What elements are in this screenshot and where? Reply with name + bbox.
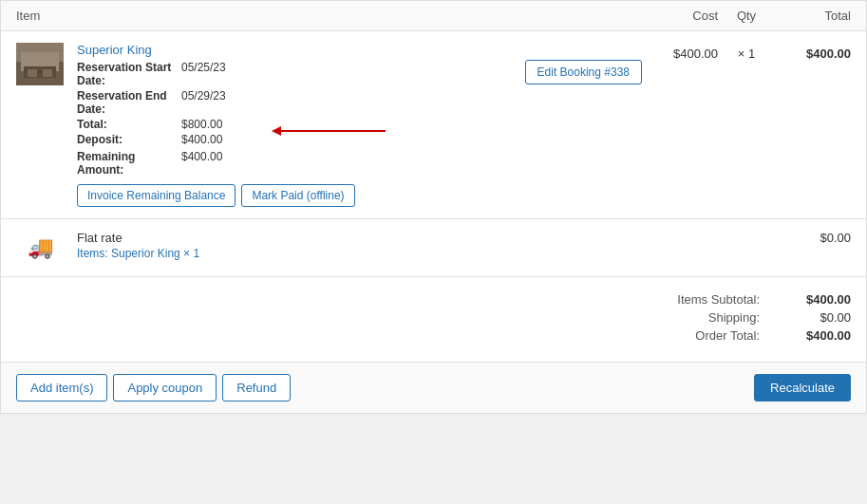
remaining-row: Remaining Amount: $400.00 bbox=[77, 150, 506, 177]
mark-paid-button[interactable]: Mark Paid (offline) bbox=[241, 184, 354, 207]
reservation-start-value: 05/25/23 bbox=[181, 61, 226, 87]
shipping-row: Shipping: $0.00 bbox=[566, 310, 851, 325]
edit-booking-area: Edit Booking #338 bbox=[506, 43, 642, 84]
item-row: Superior King Reservation Start Date: 05… bbox=[1, 31, 866, 219]
apply-coupon-button[interactable]: Apply coupon bbox=[113, 374, 217, 401]
edit-booking-button[interactable]: Edit Booking #338 bbox=[525, 60, 642, 84]
total-value: $800.00 bbox=[181, 118, 222, 131]
remaining-label: Remaining Amount: bbox=[77, 150, 181, 177]
deposit-label: Deposit: bbox=[77, 133, 181, 146]
remaining-value: $400.00 bbox=[181, 150, 222, 177]
flat-rate-total: $0.00 bbox=[775, 231, 851, 245]
svg-rect-4 bbox=[28, 69, 37, 77]
order-total-row: Order Total: $400.00 bbox=[566, 328, 851, 343]
booking-main: Superior King Reservation Start Date: 05… bbox=[16, 43, 642, 207]
item-pricing: $400.00 × 1 $400.00 bbox=[642, 43, 851, 61]
reservation-end-row: Reservation End Date: 05/29/23 bbox=[77, 89, 506, 116]
item-thumbnail bbox=[16, 43, 64, 85]
order-total-label: Order Total: bbox=[566, 328, 775, 343]
reservation-end-label: Reservation End Date: bbox=[77, 89, 181, 116]
svg-rect-5 bbox=[43, 69, 52, 77]
red-arrow-annotation bbox=[267, 117, 390, 145]
reservation-start-row: Reservation Start Date: 05/25/23 bbox=[77, 61, 506, 87]
flat-rate-items: Items: Superior King × 1 bbox=[77, 247, 775, 260]
item-qty: × 1 bbox=[718, 47, 775, 61]
add-items-button[interactable]: Add item(s) bbox=[16, 374, 107, 401]
item-cost: $400.00 bbox=[642, 47, 718, 61]
reservation-start-label: Reservation Start Date: bbox=[77, 61, 181, 87]
flat-rate-items-label: Items: bbox=[77, 247, 108, 260]
item-line-total: $400.00 bbox=[775, 47, 851, 61]
svg-marker-7 bbox=[272, 126, 281, 136]
refund-button[interactable]: Refund bbox=[222, 374, 291, 401]
truck-icon: 🚚 bbox=[28, 235, 53, 260]
item-name-link[interactable]: Superior King bbox=[77, 43, 152, 57]
shipping-value: $0.00 bbox=[775, 310, 851, 325]
item-meta: Reservation Start Date: 05/25/23 Reserva… bbox=[77, 61, 506, 177]
item-name: Superior King bbox=[77, 43, 506, 57]
recalculate-button[interactable]: Recalculate bbox=[754, 374, 851, 401]
subtotal-label: Items Subtotal: bbox=[566, 292, 775, 307]
reservation-end-value: 05/29/23 bbox=[181, 89, 226, 116]
subtotal-value: $400.00 bbox=[775, 292, 851, 307]
shipping-label: Shipping: bbox=[566, 310, 775, 325]
flat-rate-details: Flat rate Items: Superior King × 1 bbox=[77, 231, 775, 260]
footer-bar: Add item(s) Apply coupon Refund Recalcul… bbox=[1, 363, 866, 413]
item-details: Superior King Reservation Start Date: 05… bbox=[77, 43, 506, 207]
subtotal-row: Items Subtotal: $400.00 bbox=[566, 292, 851, 307]
header-qty: Qty bbox=[718, 9, 775, 23]
item-image bbox=[16, 43, 64, 85]
header-total: Total bbox=[775, 9, 851, 23]
header-item: Item bbox=[16, 9, 642, 23]
flat-rate-row: 🚚 Flat rate Items: Superior King × 1 $0.… bbox=[1, 219, 866, 277]
item-actions: Invoice Remaining Balance Mark Paid (off… bbox=[77, 184, 506, 207]
flat-rate-items-value: Superior King × 1 bbox=[111, 247, 199, 260]
header-cost: Cost bbox=[642, 9, 718, 23]
footer-left-buttons: Add item(s) Apply coupon Refund bbox=[16, 374, 754, 401]
deposit-value: $400.00 bbox=[181, 133, 222, 146]
flat-rate-name: Flat rate bbox=[77, 231, 775, 245]
order-total-value: $400.00 bbox=[775, 328, 851, 343]
total-label: Total: bbox=[77, 118, 181, 131]
shipping-icon-area: 🚚 bbox=[16, 231, 64, 265]
totals-section: Items Subtotal: $400.00 Shipping: $0.00 … bbox=[1, 277, 866, 363]
table-header: Item Cost Qty Total bbox=[1, 1, 866, 31]
invoice-remaining-button[interactable]: Invoice Remaining Balance bbox=[77, 184, 236, 207]
